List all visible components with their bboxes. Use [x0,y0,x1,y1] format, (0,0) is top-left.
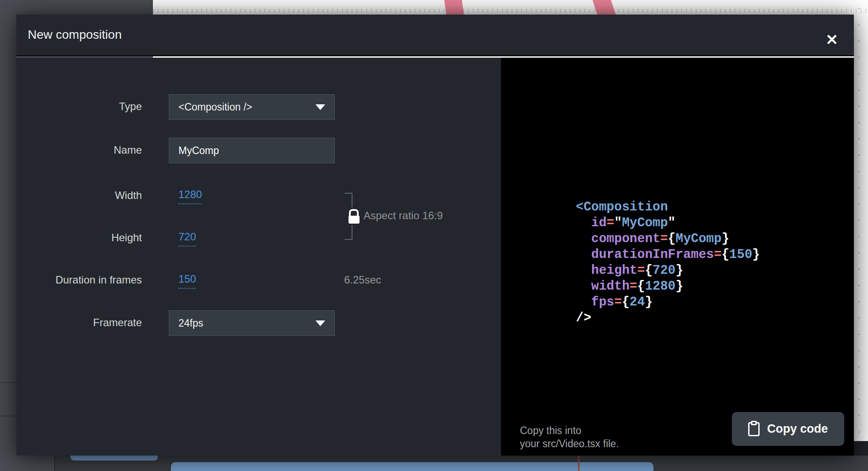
height-label: Height [16,232,142,244]
name-input[interactable] [169,138,335,163]
background-blue-button-sliver [70,456,158,460]
dialog-title: New composition [16,28,122,42]
playhead-line [578,456,579,471]
vertical-ruler-dots [858,8,860,439]
height-value[interactable]: 720 [178,231,196,247]
chevron-down-icon [315,320,325,326]
framerate-dropdown-value: 24fps [178,317,203,329]
pink-shape-left [444,0,464,15]
close-icon: ✕ [826,32,838,47]
timeline-ruler-ticks [153,9,868,13]
lock-icon [347,207,361,225]
duration-value[interactable]: 150 [178,273,196,289]
close-button[interactable]: ✕ [822,30,842,49]
copy-instructions: Copy this into your src/Video.tsx file. [520,424,619,450]
type-dropdown-value: <Composition /> [178,101,252,113]
composition-form-panel: Type Name Width Height Duration in frame… [16,58,501,456]
clipboard-icon [748,422,760,436]
name-label: Name [16,144,142,156]
screen: New composition ✕ Type Name Width Height… [0,0,868,471]
background-timeline-track-head [0,456,54,471]
framerate-label: Framerate [16,316,142,329]
copy-instructions-line2: your src/Video.tsx file. [520,437,619,450]
code-block: <Composition id="MyComp" component={MyCo… [576,199,760,326]
copy-code-button[interactable]: Copy code [732,412,844,446]
duration-label: Duration in frames [16,274,142,286]
type-label: Type [16,100,142,113]
duration-seconds: 6.25sec [344,274,381,286]
background-timeline-clip [171,462,653,471]
copy-code-label: Copy code [767,422,828,436]
type-dropdown[interactable]: <Composition /> [169,94,335,120]
copy-instructions-line1: Copy this into [520,424,619,437]
background-timeline-divider [54,456,55,471]
aspect-ratio-label: Aspect ratio 16:9 [364,210,443,222]
new-composition-dialog: New composition ✕ Type Name Width Height… [16,15,854,456]
chevron-down-icon [315,104,325,110]
code-preview-panel: <Composition id="MyComp" component={MyCo… [501,58,854,456]
width-value[interactable]: 1280 [178,188,202,204]
framerate-dropdown[interactable]: 24fps [169,310,335,336]
dialog-header: New composition ✕ [16,15,854,56]
width-label: Width [16,189,142,202]
